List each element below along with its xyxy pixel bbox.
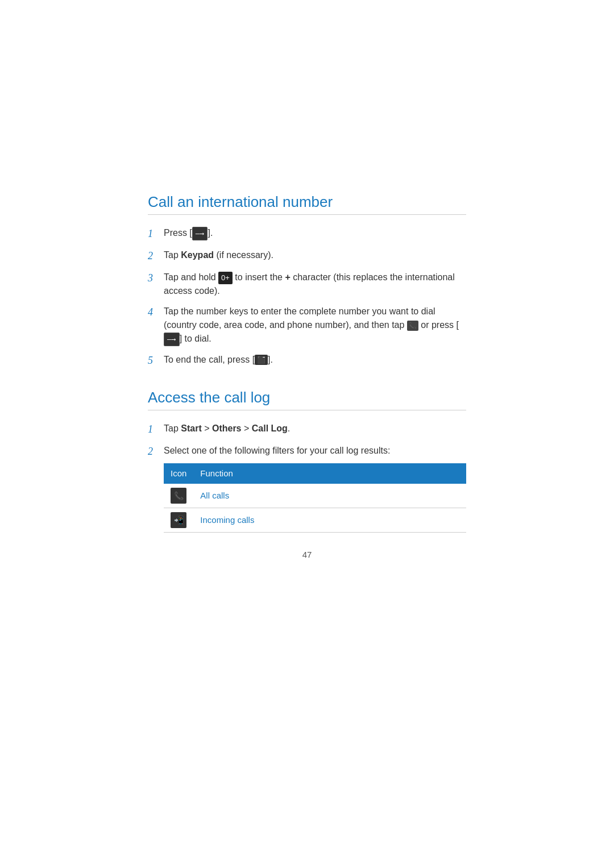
step-4-content: Tap the number keys to enter the complet… — [164, 305, 466, 346]
call-log-step-2-number: 2 — [148, 444, 164, 459]
step-2-number: 2 — [148, 248, 164, 264]
table-row: 📲 Incoming calls — [164, 508, 466, 533]
step-2: 2 Tap Keypad (if necessary). — [148, 248, 466, 264]
send-key-icon: —→ — [192, 227, 208, 240]
section1-steps: 1 Press [—→]. 2 Tap Keypad (if necessary… — [148, 226, 466, 368]
call-log-step-1: 1 Tap Start > Others > Call Log. — [148, 422, 466, 437]
call-log-table: Icon Function 📞 All calls — [164, 463, 466, 533]
step-2-content: Tap Keypad (if necessary). — [164, 248, 466, 262]
page-content: Call an international number 1 Press [—→… — [0, 0, 614, 616]
step-5-content: To end the call, press [⬛̄]. — [164, 353, 466, 367]
call-log-step-2-content: Select one of the following filters for … — [164, 444, 466, 533]
call-log-step-2: 2 Select one of the following filters fo… — [148, 444, 466, 533]
incoming-calls-icon-cell: 📲 — [164, 508, 193, 533]
table-header: Icon Function — [164, 463, 466, 484]
plus-char-bold: + — [285, 272, 290, 282]
call-log-step-1-number: 1 — [148, 422, 164, 437]
call-log-step-1-content: Tap Start > Others > Call Log. — [164, 422, 466, 435]
step-5-number: 5 — [148, 353, 164, 368]
all-calls-function: All calls — [193, 484, 466, 508]
step-1-content: Press [—→]. — [164, 226, 466, 240]
table-header-row: Icon Function — [164, 463, 466, 484]
send-key2-icon: —→ — [164, 333, 180, 346]
section-call-log: Access the call log 1 Tap Start > Others… — [148, 389, 466, 533]
table-body: 📞 All calls 📲 Incoming calls — [164, 484, 466, 533]
phone-dial-icon: 📞 — [407, 321, 418, 331]
step-1: 1 Press [—→]. — [148, 226, 466, 242]
call-log-step-2-text: Select one of the following filters for … — [164, 446, 390, 455]
step-3-number: 3 — [148, 271, 164, 286]
col-function-header: Function — [193, 463, 466, 484]
table-row: 📞 All calls — [164, 484, 466, 508]
zero-key-icon: 0+ — [218, 272, 233, 284]
step-3: 3 Tap and hold 0+ to insert the + charac… — [148, 271, 466, 298]
step-4-number: 4 — [148, 305, 164, 320]
step-5: 5 To end the call, press [⬛̄]. — [148, 353, 466, 368]
incoming-calls-icon: 📲 — [171, 512, 186, 528]
step-4: 4 Tap the number keys to enter the compl… — [148, 305, 466, 346]
col-icon-header: Icon — [164, 463, 193, 484]
all-calls-icon-cell: 📞 — [164, 484, 193, 508]
section-call-international: Call an international number 1 Press [—→… — [148, 193, 466, 368]
section1-title: Call an international number — [148, 193, 466, 215]
page-number: 47 — [148, 550, 466, 559]
step-1-number: 1 — [148, 226, 164, 242]
section2-steps: 1 Tap Start > Others > Call Log. 2 Selec… — [148, 422, 466, 533]
all-calls-icon: 📞 — [171, 488, 186, 504]
calllog-bold: Call Log — [252, 423, 288, 433]
incoming-calls-function: Incoming calls — [193, 508, 466, 533]
step-3-content: Tap and hold 0+ to insert the + characte… — [164, 271, 466, 298]
others-bold: Others — [212, 423, 242, 433]
start-bold: Start — [181, 423, 201, 433]
section2-title: Access the call log — [148, 389, 466, 410]
end-call-icon: ⬛̄ — [255, 355, 268, 365]
keypad-bold: Keypad — [181, 250, 214, 260]
